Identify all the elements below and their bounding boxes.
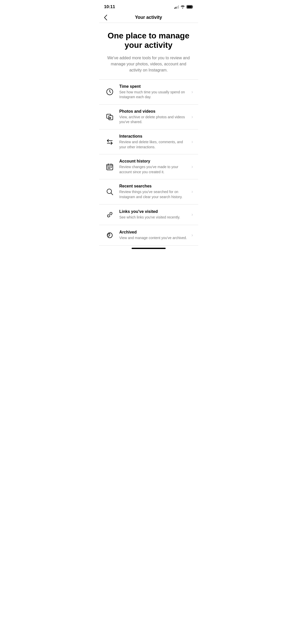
list-item[interactable]: Archived View and manage content you've … bbox=[99, 225, 198, 246]
menu-label: Archived bbox=[119, 230, 187, 235]
chevron-right-icon: › bbox=[192, 114, 193, 120]
back-button[interactable] bbox=[103, 14, 108, 21]
home-indicator-bar bbox=[132, 248, 166, 249]
home-indicator bbox=[99, 246, 198, 253]
status-bar: 10:11 bbox=[99, 0, 198, 12]
hero-title: One place to manage your activity bbox=[105, 31, 192, 50]
menu-label: Recent searches bbox=[119, 184, 187, 188]
hero-subtitle: We've added more tools for you to review… bbox=[105, 55, 192, 73]
menu-content: Recent searches Review things you've sea… bbox=[119, 184, 187, 199]
signal-icon bbox=[174, 5, 179, 9]
svg-rect-9 bbox=[111, 167, 112, 168]
battery-icon bbox=[186, 5, 193, 9]
menu-label: Photos and videos bbox=[119, 109, 187, 114]
svg-rect-1 bbox=[187, 6, 192, 8]
chevron-right-icon: › bbox=[192, 164, 193, 169]
chevron-right-icon: › bbox=[192, 212, 193, 217]
wifi-icon bbox=[180, 5, 185, 9]
chevron-right-icon: › bbox=[192, 89, 193, 95]
status-icons bbox=[174, 5, 193, 9]
svg-rect-7 bbox=[108, 167, 109, 168]
svg-rect-11 bbox=[109, 168, 110, 169]
chevron-right-icon: › bbox=[192, 232, 193, 238]
interactions-icon bbox=[104, 136, 115, 148]
menu-content: Photos and videos View, archive or delet… bbox=[119, 109, 187, 125]
hero-section: One place to manage your activity We've … bbox=[99, 23, 198, 80]
list-item[interactable]: Recent searches Review things you've sea… bbox=[99, 179, 198, 204]
menu-label: Links you've visited bbox=[119, 209, 187, 214]
search-icon bbox=[104, 186, 115, 197]
menu-label: Account history bbox=[119, 159, 187, 164]
menu-content: Links you've visited See which links you… bbox=[119, 209, 187, 220]
menu-content: Account history Review changes you've ma… bbox=[119, 159, 187, 174]
menu-content: Interactions Review and delete likes, co… bbox=[119, 134, 187, 150]
svg-rect-8 bbox=[109, 167, 110, 168]
menu-label: Time spent bbox=[119, 84, 187, 89]
list-item[interactable]: Interactions Review and delete likes, co… bbox=[99, 129, 198, 154]
svg-rect-10 bbox=[108, 168, 109, 169]
menu-list: Time spent See how much time you usually… bbox=[99, 80, 198, 246]
photos-icon bbox=[104, 111, 115, 122]
nav-bar: Your activity bbox=[99, 12, 198, 23]
page-title: Your activity bbox=[135, 15, 162, 20]
menu-desc: Review things you've searched for on Ins… bbox=[119, 189, 187, 199]
calendar-icon bbox=[104, 161, 115, 172]
list-item[interactable]: Time spent See how much time you usually… bbox=[99, 80, 198, 105]
menu-content: Time spent See how much time you usually… bbox=[119, 84, 187, 100]
list-item[interactable]: Links you've visited See which links you… bbox=[99, 204, 198, 225]
menu-content: Archived View and manage content you've … bbox=[119, 230, 187, 241]
link-icon bbox=[104, 209, 115, 220]
archive-icon bbox=[104, 230, 115, 241]
status-time: 10:11 bbox=[104, 4, 115, 9]
menu-desc: Review changes you've made to your accou… bbox=[119, 165, 187, 174]
clock-icon bbox=[104, 86, 115, 97]
menu-desc: See how much time you usually spend on I… bbox=[119, 90, 187, 100]
menu-desc: See which links you've visited recently. bbox=[119, 215, 187, 220]
list-item[interactable]: Account history Review changes you've ma… bbox=[99, 154, 198, 179]
chevron-right-icon: › bbox=[192, 139, 193, 144]
chevron-right-icon: › bbox=[192, 189, 193, 194]
menu-desc: View, archive or delete photos and video… bbox=[119, 115, 187, 125]
menu-desc: View and manage content you've archived. bbox=[119, 236, 187, 241]
menu-label: Interactions bbox=[119, 134, 187, 139]
menu-desc: Review and delete likes, comments, and y… bbox=[119, 140, 187, 150]
list-item[interactable]: Photos and videos View, archive or delet… bbox=[99, 105, 198, 129]
